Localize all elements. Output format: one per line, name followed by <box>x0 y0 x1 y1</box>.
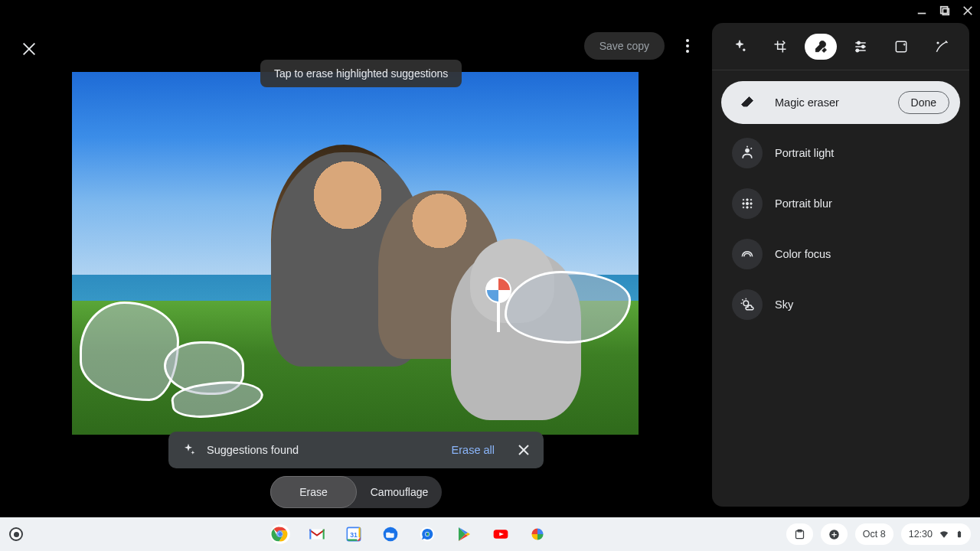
photo-canvas[interactable] <box>72 72 639 435</box>
svg-point-24 <box>743 199 744 201</box>
svg-point-21 <box>746 148 750 152</box>
svg-point-18 <box>856 49 858 51</box>
app-chrome[interactable] <box>270 523 291 545</box>
mode-erase[interactable]: Erase <box>270 476 357 508</box>
tab-adjust[interactable] <box>844 34 877 60</box>
hint-tooltip: Tap to erase highlighted suggestions <box>260 60 462 87</box>
svg-point-27 <box>743 203 745 205</box>
tab-filters[interactable] <box>885 34 917 60</box>
editor-panel: Magic eraser Done Portrait light Portrai… <box>712 23 969 507</box>
app-play-store[interactable] <box>453 523 475 545</box>
svg-line-23 <box>751 148 752 148</box>
tool-portrait-light[interactable]: Portrait light <box>721 132 960 174</box>
taskbar: 31 Oct <box>0 517 980 551</box>
svg-point-33 <box>743 301 749 306</box>
launcher-button[interactable] <box>9 527 23 541</box>
svg-point-29 <box>750 203 753 205</box>
more-vert-icon <box>678 37 697 55</box>
svg-point-26 <box>750 199 752 201</box>
photo-content <box>72 72 639 435</box>
svg-point-30 <box>743 207 744 208</box>
sparkle-icon <box>732 39 747 54</box>
eraser-icon <box>732 87 763 118</box>
tool-color-focus[interactable]: Color focus <box>721 233 960 276</box>
tool-label: Portrait light <box>775 147 949 159</box>
time-label: 12:30 <box>909 529 933 540</box>
tool-magic-eraser[interactable]: Magic eraser Done <box>721 81 960 124</box>
app-youtube[interactable] <box>490 523 511 545</box>
svg-rect-1 <box>941 7 948 14</box>
tool-label: Magic eraser <box>775 96 886 109</box>
suggestions-label: Suggestions found <box>207 444 433 456</box>
mode-camouflage[interactable]: Camouflage <box>357 476 442 508</box>
svg-point-7 <box>686 39 689 42</box>
tool-sky[interactable]: Sky <box>721 283 960 326</box>
svg-point-8 <box>686 44 689 47</box>
overflow-menu-button[interactable] <box>678 37 697 55</box>
erase-suggestion-1[interactable] <box>80 302 179 401</box>
dismiss-suggestions-button[interactable] <box>513 439 534 461</box>
date-label: Oct 8 <box>863 529 886 540</box>
svg-point-40 <box>279 532 283 536</box>
svg-point-9 <box>686 50 689 53</box>
status-tray[interactable]: 12:30 <box>901 523 971 545</box>
tool-label: Portrait blur <box>775 197 949 210</box>
suggestions-toast: Suggestions found Erase all <box>168 432 544 468</box>
window-close-button[interactable] <box>962 5 974 17</box>
svg-point-28 <box>746 202 748 204</box>
sliders-icon <box>853 39 868 54</box>
portrait-blur-icon <box>732 188 763 219</box>
tab-suggestions[interactable] <box>724 34 756 60</box>
svg-point-17 <box>862 45 864 47</box>
svg-line-37 <box>742 299 743 300</box>
app-photos[interactable] <box>527 523 548 545</box>
tools-icon <box>813 39 828 54</box>
crop-icon <box>773 39 788 54</box>
close-editor-button[interactable] <box>17 37 41 61</box>
svg-point-16 <box>858 41 860 44</box>
markup-icon <box>934 39 949 54</box>
wifi-icon <box>939 529 949 540</box>
battery-icon <box>956 528 963 540</box>
sparkle-icon <box>181 442 196 458</box>
app-messages[interactable] <box>416 523 438 545</box>
app-calendar[interactable]: 31 <box>343 523 364 545</box>
shelf-add-button[interactable] <box>821 523 848 545</box>
tool-label: Sky <box>775 298 949 311</box>
window-maximize-button[interactable] <box>939 5 951 17</box>
tool-portrait-blur[interactable]: Portrait blur <box>721 182 960 225</box>
save-copy-button[interactable]: Save copy <box>584 32 665 60</box>
erase-all-button[interactable]: Erase all <box>444 439 502 461</box>
svg-point-12 <box>743 48 746 50</box>
svg-rect-52 <box>958 532 961 538</box>
shelf-tote-button[interactable] <box>786 523 813 545</box>
app-gmail[interactable] <box>306 523 328 545</box>
app-files[interactable] <box>380 523 401 545</box>
portrait-light-icon <box>732 138 763 168</box>
sky-icon <box>732 289 763 320</box>
svg-point-31 <box>746 207 749 209</box>
svg-point-32 <box>750 207 752 208</box>
tool-label: Color focus <box>775 248 949 260</box>
window-minimize-button[interactable] <box>916 5 928 17</box>
svg-point-25 <box>746 199 749 201</box>
mode-segmented-control: Erase Camouflage <box>270 476 442 508</box>
done-button[interactable]: Done <box>898 91 949 114</box>
tab-markup[interactable] <box>926 34 958 60</box>
filters-icon <box>893 39 909 54</box>
svg-text:31: 31 <box>351 531 358 539</box>
svg-rect-53 <box>959 531 960 532</box>
tab-crop[interactable] <box>764 34 796 60</box>
svg-rect-19 <box>896 41 906 51</box>
color-focus-icon <box>732 239 763 269</box>
tab-tools[interactable] <box>805 34 837 60</box>
svg-point-20 <box>937 42 939 44</box>
status-date[interactable]: Oct 8 <box>855 523 893 545</box>
